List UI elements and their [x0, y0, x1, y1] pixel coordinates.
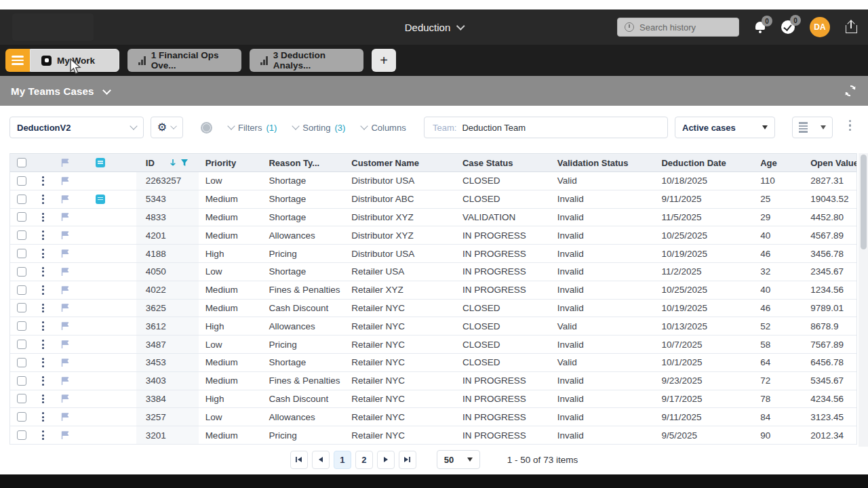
row-checkbox[interactable] — [17, 176, 26, 186]
filter-funnel-icon[interactable] — [180, 159, 189, 167]
column-header-reason[interactable]: Reason Ty... — [262, 158, 344, 168]
row-kebab-menu[interactable] — [42, 412, 44, 422]
flag-icon[interactable] — [60, 249, 70, 258]
select-all-checkbox[interactable] — [17, 158, 26, 167]
table-row[interactable]: 3612HighAllowancesRetailer NYCCLOSEDVali… — [10, 317, 856, 336]
page-button-1[interactable]: 1 — [334, 451, 351, 469]
table-row[interactable]: 3487LowPricingRetailer NYCCLOSEDInvalid1… — [10, 336, 856, 354]
flag-icon[interactable] — [60, 267, 70, 277]
row-kebab-menu[interactable] — [42, 213, 44, 222]
row-checkbox[interactable] — [17, 394, 26, 403]
row-kebab-menu[interactable] — [42, 340, 44, 349]
globe-icon[interactable] — [201, 122, 212, 134]
flag-icon[interactable] — [60, 394, 70, 403]
row-checkbox[interactable] — [17, 249, 26, 258]
row-kebab-menu[interactable] — [42, 195, 44, 204]
table-row[interactable]: 3403MediumFines & PenaltiesRetailer NYCI… — [10, 372, 856, 390]
row-checkbox[interactable] — [17, 430, 26, 440]
row-kebab-menu[interactable] — [42, 230, 44, 240]
layout-select[interactable] — [792, 117, 833, 138]
flag-icon[interactable] — [60, 195, 70, 204]
row-checkbox[interactable] — [17, 321, 26, 331]
row-checkbox[interactable] — [17, 358, 26, 367]
approvals-button[interactable]: 0 — [781, 20, 795, 34]
flag-icon[interactable] — [60, 285, 70, 295]
tab-my-work[interactable]: My Work — [30, 49, 119, 72]
chevron-down-icon[interactable] — [102, 86, 111, 95]
page-button-2[interactable]: 2 — [355, 451, 373, 469]
flag-icon[interactable] — [60, 412, 70, 422]
row-kebab-menu[interactable] — [42, 267, 44, 277]
flag-icon[interactable] — [60, 230, 70, 240]
flag-icon[interactable] — [60, 376, 70, 386]
table-row[interactable]: 2263257LowShortageDistributor USACLOSEDV… — [10, 172, 856, 190]
row-checkbox[interactable] — [17, 285, 26, 295]
case-status-select[interactable]: Active cases — [675, 117, 775, 138]
vertical-scrollbar[interactable] — [859, 153, 868, 447]
flag-icon[interactable] — [60, 340, 70, 349]
flag-icon[interactable] — [60, 303, 70, 312]
column-header-age[interactable]: Age — [753, 158, 805, 168]
settings-button[interactable]: ⚙ — [151, 117, 183, 138]
row-checkbox[interactable] — [17, 340, 26, 349]
row-checkbox[interactable] — [17, 412, 26, 422]
table-row[interactable]: 4022MediumFines & PenaltiesRetailer XYZI… — [10, 281, 856, 300]
last-page-button[interactable] — [399, 451, 416, 469]
search-history-input[interactable]: Search history — [617, 18, 739, 37]
row-kebab-menu[interactable] — [42, 285, 44, 295]
row-kebab-menu[interactable] — [42, 394, 44, 404]
table-row[interactable]: 3625MediumCash DiscountRetailer NYCCLOSE… — [10, 300, 856, 318]
app-switcher[interactable]: Deduction — [405, 22, 464, 33]
add-tab-button[interactable]: + — [372, 49, 396, 72]
column-header-date[interactable]: Deduction Date — [654, 158, 753, 168]
table-row[interactable]: 4050LowShortageRetailer USAIN PROGRESSIn… — [10, 263, 856, 281]
team-input[interactable]: Team: Deduction Team — [424, 117, 668, 138]
column-header-case-status[interactable]: Case Status — [456, 158, 551, 168]
next-page-button[interactable] — [377, 451, 395, 469]
row-checkbox[interactable] — [17, 230, 26, 240]
row-kebab-menu[interactable] — [42, 430, 44, 440]
sorting-button[interactable]: Sorting (3) — [293, 123, 345, 133]
worklist-icon[interactable] — [96, 195, 105, 204]
row-checkbox[interactable] — [17, 212, 26, 222]
first-page-button[interactable] — [290, 451, 308, 469]
row-kebab-menu[interactable] — [42, 321, 44, 331]
table-row[interactable]: 4201MediumAllowancesDistributor XYZIN PR… — [10, 226, 856, 245]
column-header-priority[interactable]: Priority — [199, 158, 262, 168]
row-checkbox[interactable] — [17, 376, 26, 386]
table-row[interactable]: 3384HighCash DiscountRetailer NYCIN PROG… — [10, 390, 856, 409]
filters-button[interactable]: Filters (1) — [229, 123, 277, 133]
table-row[interactable]: 3453MediumShortageRetailer NYCCLOSEDVali… — [10, 354, 856, 372]
sort-desc-icon[interactable] — [170, 159, 176, 167]
column-header-open-value[interactable]: Open Value — [805, 158, 856, 168]
notifications-button[interactable]: 0 — [754, 21, 766, 33]
avatar[interactable]: DA — [810, 17, 830, 37]
column-header-id[interactable]: ID — [136, 158, 199, 168]
scrollbar-thumb[interactable] — [861, 155, 867, 249]
column-header-customer[interactable]: Customer Name — [344, 158, 456, 168]
flag-icon[interactable] — [60, 212, 70, 222]
row-checkbox[interactable] — [17, 195, 26, 204]
columns-button[interactable]: Columns — [361, 123, 406, 133]
tab-deduction-analysis[interactable]: 3 Deduction Analys... — [250, 49, 363, 72]
view-select[interactable]: DeductionV2 — [9, 117, 144, 138]
hamburger-menu-button[interactable] — [5, 49, 30, 72]
row-kebab-menu[interactable] — [42, 249, 44, 258]
toolbar-kebab-menu[interactable] — [849, 120, 851, 131]
table-row[interactable]: 4188HighPricingDistributor USAIN PROGRES… — [10, 245, 856, 263]
row-checkbox[interactable] — [17, 267, 26, 277]
table-row[interactable]: 5343MediumShortageDistributor ABCCLOSEDI… — [10, 190, 856, 209]
table-row[interactable]: 3257LowAllowancesRetailer NYCIN PROGRESS… — [10, 408, 856, 426]
table-row[interactable]: 4833MediumShortageDistributor XYZVALIDAT… — [10, 209, 856, 227]
row-kebab-menu[interactable] — [42, 176, 44, 186]
row-kebab-menu[interactable] — [42, 304, 44, 313]
flag-icon[interactable] — [60, 176, 70, 186]
view-title[interactable]: My Teams Cases — [11, 85, 94, 97]
column-header-validation[interactable]: Validation Status — [551, 158, 655, 168]
flag-icon[interactable] — [60, 358, 70, 367]
table-row[interactable]: 3201MediumPricingRetailer NYCIN PROGRESS… — [10, 426, 856, 445]
share-icon[interactable] — [845, 20, 859, 34]
refresh-button[interactable] — [844, 84, 857, 98]
page-size-select[interactable]: 50 — [437, 450, 480, 469]
prev-page-button[interactable] — [312, 451, 330, 469]
